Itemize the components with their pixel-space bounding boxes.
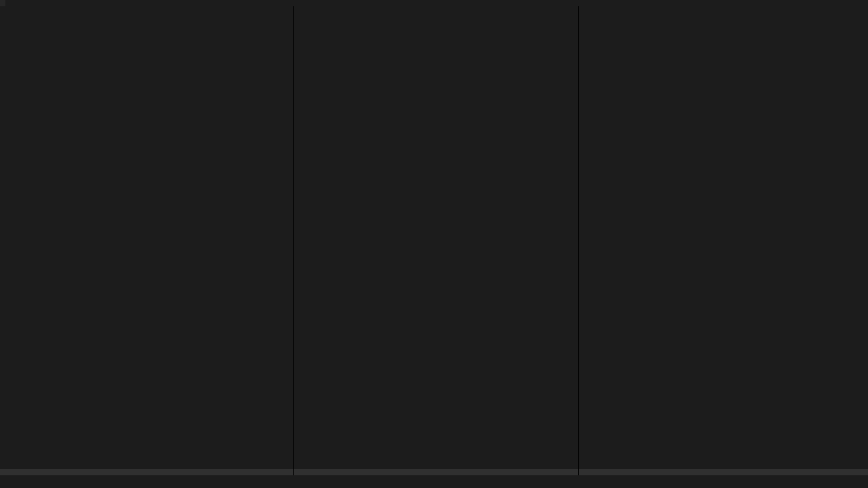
statusline-middle <box>294 469 578 475</box>
pane-right[interactable] <box>579 6 868 475</box>
command-line[interactable] <box>0 475 868 482</box>
tabline <box>0 0 868 6</box>
close-icon[interactable] <box>863 0 868 6</box>
pane-left[interactable] <box>0 6 294 475</box>
tab-indicator <box>0 0 6 6</box>
statusline-right <box>579 469 868 475</box>
statusline-left <box>0 469 293 475</box>
pane-middle[interactable] <box>294 6 579 475</box>
